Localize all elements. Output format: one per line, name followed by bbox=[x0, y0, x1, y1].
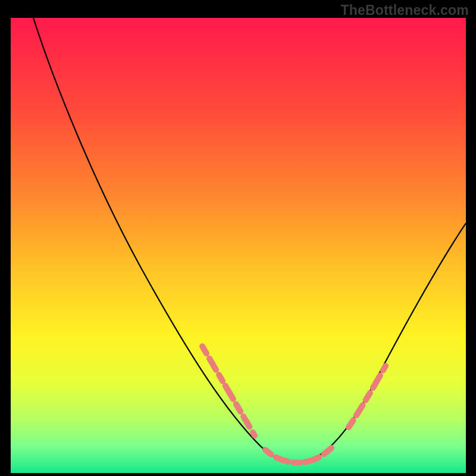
bottleneck-chart bbox=[11, 18, 466, 473]
attribution-text: TheBottleneck.com bbox=[340, 2, 469, 18]
chart-frame: TheBottleneck.com bbox=[0, 0, 476, 476]
